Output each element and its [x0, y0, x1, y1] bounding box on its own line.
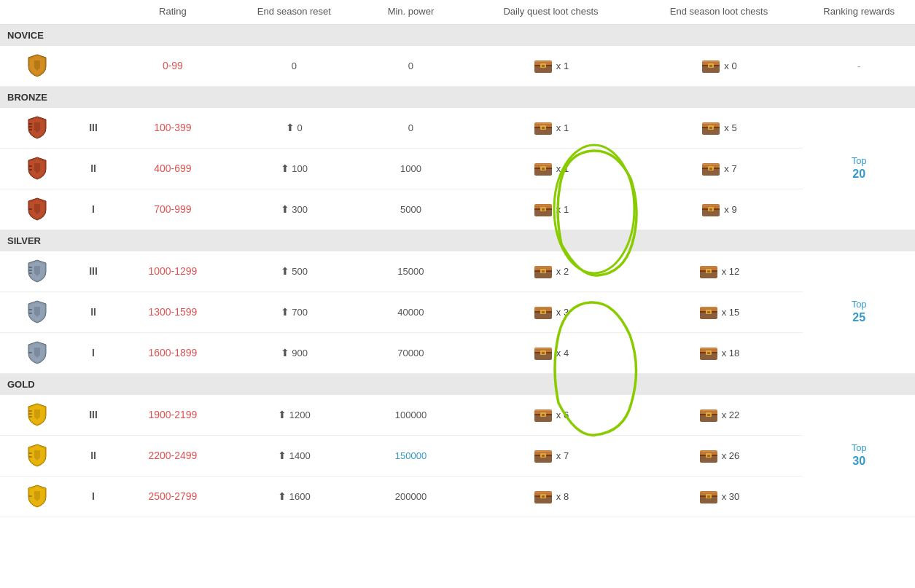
tier-label: II — [74, 435, 112, 476]
badge-bronze — [0, 148, 74, 189]
section-novice: NOVICE — [0, 24, 915, 46]
svg-rect-54 — [28, 267, 32, 268]
table-row: I700-999⬆ 3005000 x 1 x 9 — [0, 189, 915, 230]
svg-rect-89 — [535, 348, 551, 349]
svg-rect-118 — [535, 451, 551, 452]
power-value: 1000 — [355, 148, 467, 189]
section-gold: GOLD — [0, 373, 915, 395]
th-ranking: Ranking rewards — [803, 0, 915, 24]
svg-rect-61 — [542, 270, 545, 273]
season-chest-cell: x 26 — [635, 435, 803, 476]
season-chest-cell: x 15 — [635, 291, 803, 332]
svg-rect-19 — [542, 127, 545, 129]
svg-rect-4 — [542, 65, 545, 67]
svg-rect-111 — [28, 452, 32, 454]
svg-rect-68 — [701, 267, 717, 267]
reset-value: 0 — [233, 46, 354, 87]
season-chest-cell: x 30 — [635, 476, 803, 517]
reset-value: ⬆ 1200 — [233, 395, 354, 436]
daily-chest-cell: x 1 — [467, 46, 635, 87]
svg-rect-13 — [28, 126, 32, 128]
power-value: 0 — [355, 46, 467, 87]
table-row: II400-699⬆ 1001000 x 1 x 7 — [0, 148, 915, 189]
badge-novice — [0, 46, 74, 87]
svg-rect-109 — [707, 414, 710, 416]
svg-rect-33 — [542, 168, 545, 170]
main-table: Rating End season reset Min. power Daily… — [0, 0, 915, 517]
svg-rect-88 — [542, 352, 545, 354]
power-value: 0 — [355, 108, 467, 149]
svg-rect-112 — [28, 456, 32, 458]
table-row: 0-9900 x 1 x 0- — [0, 46, 915, 87]
badge-gold — [0, 435, 74, 476]
svg-rect-10 — [709, 65, 712, 67]
reset-value: ⬆ 1600 — [233, 476, 354, 517]
svg-rect-25 — [709, 127, 712, 129]
svg-rect-82 — [701, 307, 717, 308]
daily-chest-cell: x 7 — [467, 435, 635, 476]
tier-label: III — [74, 251, 112, 292]
svg-rect-81 — [707, 311, 710, 313]
badge-bronze — [0, 189, 74, 230]
svg-rect-76 — [535, 307, 551, 308]
rating-value: 700-999 — [112, 189, 233, 230]
section-bronze: BRONZE — [0, 86, 915, 108]
svg-rect-52 — [709, 208, 712, 211]
table-row: III100-399⬆ 00 x 1 x 5Top20 — [0, 108, 915, 149]
svg-rect-83 — [28, 352, 32, 353]
svg-rect-62 — [535, 267, 551, 267]
svg-rect-95 — [701, 348, 717, 349]
svg-rect-12 — [28, 123, 32, 125]
season-chest-cell: x 22 — [635, 395, 803, 436]
daily-chest-cell: x 4 — [467, 332, 635, 373]
power-value: 5000 — [355, 189, 467, 230]
svg-rect-137 — [701, 492, 717, 493]
svg-rect-117 — [542, 455, 545, 457]
badge-silver — [0, 291, 74, 332]
ranking-cell: Top20 — [803, 108, 915, 230]
svg-rect-103 — [542, 414, 545, 416]
tier-label: II — [74, 291, 112, 332]
svg-rect-97 — [28, 413, 32, 415]
reset-value: ⬆ 500 — [233, 251, 354, 292]
tier-label: I — [74, 476, 112, 517]
rating-value: 2500-2799 — [112, 476, 233, 517]
svg-rect-34 — [535, 164, 551, 165]
tier-label: II — [74, 148, 112, 189]
section-label-silver: SILVER — [0, 230, 915, 251]
th-reset: End season reset — [233, 0, 354, 24]
svg-rect-41 — [28, 208, 32, 210]
svg-rect-55 — [28, 270, 32, 271]
power-value: 70000 — [355, 332, 467, 373]
badge-silver — [0, 251, 74, 292]
svg-rect-47 — [535, 205, 551, 205]
reset-value: ⬆ 100 — [233, 148, 354, 189]
section-silver: SILVER — [0, 230, 915, 251]
svg-rect-28 — [28, 169, 32, 170]
reset-value: ⬆ 700 — [233, 291, 354, 332]
daily-chest-cell: x 1 — [467, 189, 635, 230]
season-chest-cell: x 7 — [635, 148, 803, 189]
svg-rect-20 — [535, 123, 551, 124]
daily-chest-cell: x 1 — [467, 108, 635, 149]
svg-rect-130 — [542, 495, 545, 498]
ranking-cell: Top25 — [803, 251, 915, 374]
svg-rect-69 — [28, 309, 32, 310]
table-row: I2500-2799⬆ 1600200000 x 8 x 30 — [0, 476, 915, 517]
th-daily: Daily quest loot chests — [467, 0, 635, 24]
svg-rect-40 — [703, 164, 719, 165]
svg-rect-11 — [703, 61, 719, 62]
svg-rect-39 — [709, 168, 712, 170]
daily-chest-cell: x 8 — [467, 476, 635, 517]
rating-value: 1900-2199 — [112, 395, 233, 436]
svg-rect-67 — [707, 270, 710, 273]
daily-chest-cell: x 6 — [467, 395, 635, 436]
th-rating: Rating — [112, 0, 233, 24]
badge-gold — [0, 476, 74, 517]
section-label-bronze: BRONZE — [0, 86, 915, 108]
rating-value: 400-699 — [112, 148, 233, 189]
svg-rect-123 — [707, 455, 710, 457]
season-chest-cell: x 12 — [635, 251, 803, 292]
season-chest-cell: x 5 — [635, 108, 803, 149]
svg-rect-136 — [707, 495, 710, 498]
